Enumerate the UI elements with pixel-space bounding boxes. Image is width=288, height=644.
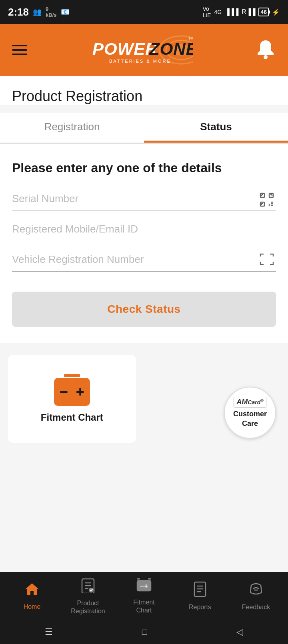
nav-item-product-registration[interactable]: ProductRegistration [60,577,116,614]
feedback-icon [248,581,264,601]
tab-status[interactable]: Status [144,113,288,143]
serial-number-field [12,193,276,211]
signal-bars-1: ▐▐▐ [225,8,238,16]
nav-label-product-registration: ProductRegistration [71,599,105,614]
svg-rect-10 [269,193,273,197]
page-title-area: Product Registration [0,76,288,105]
android-back-button[interactable]: ◁ [236,627,243,637]
svg-text:BATTERIES & MORE: BATTERIES & MORE [109,59,171,64]
nav-label-feedback: Feedback [242,603,270,611]
nav-label-fitment-chart: FitmentChart [133,598,154,614]
amcard-logo: AMCard® [234,397,266,407]
battery-indicator: 46 [258,8,269,16]
minus-terminal: − [60,384,68,400]
network-4g: 4G [214,9,222,15]
nav-item-reports[interactable]: Reports [172,581,228,611]
customer-care-inner: AMCard® CustomerCare [233,397,267,428]
customer-care-label: CustomerCare [233,409,267,428]
svg-text:™: ™ [188,36,193,42]
svg-text:POWER: POWER [92,40,158,58]
status-bar: 2:18 👥 9kB/s 📧 VoLtE 4G ▐▐▐ R▐▐ 46 ⚡ [0,0,288,24]
nav-item-feedback[interactable]: Feedback [228,581,284,611]
bottom-navigation: Home ProductRegistration −+ [0,572,288,620]
nav-label-reports: Reports [189,603,211,611]
charging-icon: ⚡ [272,8,280,16]
home-icon [24,582,40,600]
android-menu-button[interactable]: ☰ [45,627,53,637]
cards-container: − + Fitment Chart AMCard® CustomerCare [0,347,288,451]
android-home-button[interactable]: □ [142,627,147,637]
data-speed: 9kB/s [46,6,56,18]
battery-icon: − + [54,378,90,406]
svg-rect-11 [260,202,264,206]
serial-number-input[interactable] [12,193,276,205]
status-time: 2:18 [8,6,29,18]
form-heading: Please enter any one of the details [12,160,276,177]
cards-area: − + Fitment Chart AMCard® CustomerCare [0,347,288,451]
mobile-email-input[interactable] [12,223,276,235]
svg-rect-9 [260,193,264,197]
hamburger-menu[interactable] [12,45,27,55]
customer-care-bubble[interactable]: AMCard® CustomerCare [224,387,276,439]
nav-item-home[interactable]: Home [4,582,60,610]
fitment-chart-nav-icon: −+ [136,578,152,596]
fitment-chart-label: Fitment Chart [41,412,103,423]
svg-point-8 [264,55,268,59]
reports-icon [193,581,207,601]
plus-terminal: + [76,384,84,400]
page-title: Product Registration [12,88,276,105]
tab-registration[interactable]: Registration [0,113,144,143]
outlook-icon: 📧 [61,8,70,16]
signal-bars-2: R▐▐ [242,8,255,16]
android-system-bar: ☰ □ ◁ [0,620,288,644]
notification-bell[interactable] [255,39,276,61]
svg-text:−+: −+ [140,582,148,590]
fitment-chart-card[interactable]: − + Fitment Chart [8,355,136,443]
check-status-button[interactable]: Check Status [12,292,276,327]
vehicle-reg-field [12,253,276,272]
vehicle-reg-input[interactable] [12,253,276,266]
svg-text:ZONE: ZONE [149,40,193,58]
form-content-area: Please enter any one of the details [0,144,288,343]
vo-lte: VoLtE [202,6,211,18]
mobile-email-field [12,223,276,241]
app-header: POWER ZONE ™ BATTERIES & MORE [0,24,288,76]
teams-icon: 👥 [33,8,42,16]
nav-label-home: Home [24,603,41,610]
nav-item-fitment-chart[interactable]: −+ FitmentChart [116,578,172,614]
app-logo: POWER ZONE ™ BATTERIES & MORE [89,34,193,66]
product-reg-icon [80,577,96,597]
powerzone-logo-svg: POWER ZONE ™ BATTERIES & MORE [89,34,193,66]
vehicle-scan-icon[interactable] [260,253,274,268]
tab-bar: Registration Status [0,113,288,144]
qr-scan-icon[interactable] [260,193,274,210]
